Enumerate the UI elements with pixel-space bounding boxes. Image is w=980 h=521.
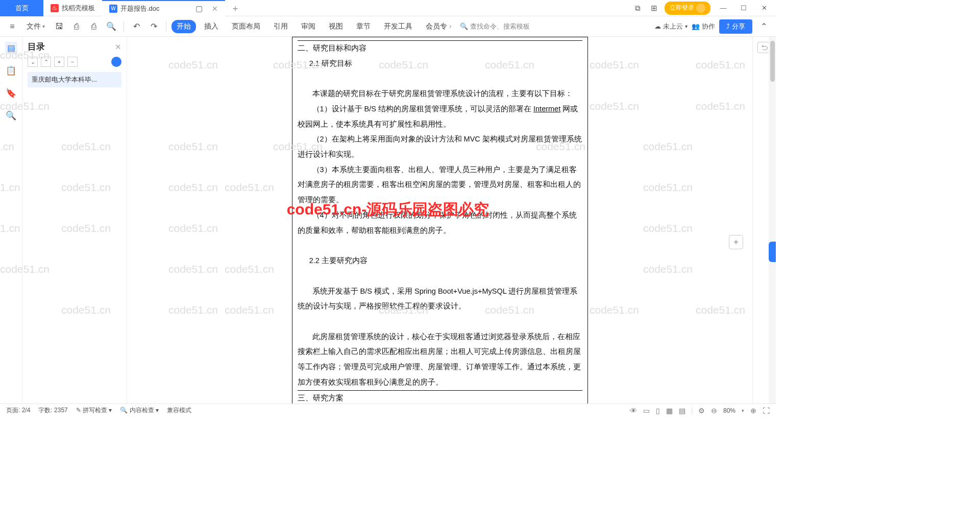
paragraph: 本课题的研究目标在于研究房屋租赁管理系统设计的流程，主要有以下目标：: [298, 86, 582, 102]
outline-icon[interactable]: ▤: [5, 42, 17, 54]
clipboard-icon[interactable]: 📋: [5, 64, 17, 77]
tab-view[interactable]: 视图: [324, 20, 348, 33]
expand-icon[interactable]: ⌃: [41, 57, 51, 67]
coop-button[interactable]: 👥 协作: [692, 22, 715, 31]
workspace: ▤ 📋 🔖 🔍 目录 ✕ ⌄ ⌃ + − 重庆邮电大学本科毕... 二、研究目标…: [0, 37, 776, 404]
link-text: Intermet: [533, 105, 560, 113]
tab-label: 开题报告.doc: [120, 4, 160, 13]
reading-mode-icon[interactable]: 👁: [630, 407, 637, 415]
close-button[interactable]: ✕: [756, 1, 772, 15]
remove-icon[interactable]: −: [67, 57, 78, 67]
fire-icon: ♨: [51, 4, 59, 12]
ribbon: ≡ 文件 ▾ 🖫 ⎙ ⎙ 🔍 ↶ ↷ 开始 插入 页面布局 引用 审阅 视图 章…: [0, 16, 776, 37]
outline-panel: 目录 ✕ ⌄ ⌃ + − 重庆邮电大学本科毕...: [22, 37, 127, 404]
compat-mode[interactable]: 兼容模式: [167, 406, 191, 415]
doc-icon: W: [109, 5, 117, 13]
paragraph: （3）本系统主要面向租客、出租人、管理人员三种用户，主要是为了满足租客对满意房子…: [298, 162, 582, 208]
tab-ref[interactable]: 引用: [268, 20, 293, 33]
zoom-dropdown-icon[interactable]: ▾: [742, 408, 744, 413]
subheading: 2.1 研究目标: [298, 56, 582, 72]
zoom-level[interactable]: 80%: [723, 407, 736, 414]
add-icon[interactable]: +: [54, 57, 64, 67]
word-count[interactable]: 字数: 2357: [38, 406, 67, 415]
fullscreen-icon[interactable]: ⛶: [763, 407, 770, 415]
sync-icon[interactable]: [111, 57, 121, 67]
tab-label: 找稻壳模板: [62, 4, 95, 13]
new-tab-button[interactable]: ＋: [225, 2, 246, 14]
add-float-button[interactable]: +: [729, 235, 743, 249]
outline-title: 目录: [28, 41, 45, 53]
tab-member[interactable]: 会员专 ›: [421, 20, 457, 33]
scrollbar-track[interactable]: [769, 37, 776, 404]
bookmark-icon[interactable]: 🔖: [5, 87, 17, 99]
cloud-status[interactable]: ☁ 未上云 ▾: [654, 22, 688, 31]
menu-icon[interactable]: ≡: [5, 19, 19, 34]
paragraph: （2）在架构上将采用面向对象的设计方法和 MVC 架构模式对房屋租赁管理系统进行…: [298, 132, 582, 162]
window-icon[interactable]: ▢: [193, 3, 205, 14]
search-icon[interactable]: 🔍: [5, 109, 17, 122]
login-button[interactable]: 立即登录: [665, 2, 710, 15]
heading-2: 二、研究目标和内容: [298, 41, 582, 56]
redo-icon[interactable]: ↷: [146, 19, 161, 34]
save-icon[interactable]: 🖫: [52, 19, 66, 34]
tab-templates[interactable]: ♨ 找稻壳模板: [43, 0, 102, 16]
undo-icon[interactable]: ↶: [129, 19, 143, 34]
outline-item[interactable]: 重庆邮电大学本科毕...: [28, 72, 121, 87]
preview-icon[interactable]: 🔍: [104, 19, 118, 34]
file-menu[interactable]: 文件 ▾: [22, 20, 49, 33]
outline-close-icon[interactable]: ✕: [115, 42, 121, 52]
zoom-out-icon[interactable]: ⊖: [711, 407, 717, 415]
search-box[interactable]: 🔍 查找命令、搜索模板: [460, 22, 530, 31]
tab-chapter[interactable]: 章节: [351, 20, 376, 33]
settings-icon[interactable]: ⚙: [698, 407, 705, 415]
layout2-icon[interactable]: ▯: [656, 407, 660, 415]
more-icon[interactable]: ⌃: [756, 19, 771, 34]
side-handle[interactable]: [769, 242, 776, 262]
zoom-in-icon[interactable]: ⊕: [750, 407, 756, 415]
tab-review[interactable]: 审阅: [296, 20, 321, 33]
paragraph: 系统开发基于 B/S 模式，采用 Spring Boot+Vue.js+MySQ…: [298, 284, 582, 314]
layout1-icon[interactable]: ▭: [643, 407, 650, 415]
tab-document[interactable]: W 开题报告.doc ▢ ✕: [102, 0, 225, 16]
close-tab-icon[interactable]: ✕: [212, 5, 218, 13]
apps-icon[interactable]: ⊞: [648, 3, 659, 14]
titlebar: 首页 ♨ 找稻壳模板 W 开题报告.doc ▢ ✕ ＋ ⧉ ⊞ 立即登录 — ☐…: [0, 0, 776, 16]
heading-3: 三、研究方案: [298, 391, 582, 404]
avatar-icon: [696, 4, 705, 13]
content-check[interactable]: 🔍 内容检查 ▾: [120, 406, 159, 415]
maximize-button[interactable]: ☐: [736, 1, 751, 15]
statusbar: 页面: 2/4 字数: 2357 ✎ 拼写检查 ▾ 🔍 内容检查 ▾ 兼容模式 …: [0, 404, 776, 417]
print-icon[interactable]: ⎙: [87, 19, 101, 34]
paragraph: （1）设计基于 B/S 结构的房屋租赁管理系统，可以灵活的部署在 Interme…: [298, 102, 582, 132]
tab-layout[interactable]: 页面布局: [227, 20, 265, 33]
scrollbar-thumb[interactable]: [770, 41, 775, 82]
export-icon[interactable]: ⎙: [69, 19, 84, 34]
share-button[interactable]: ⤴ 分享: [719, 19, 752, 34]
tab-start[interactable]: 开始: [172, 20, 196, 33]
paragraph: 此房屋租赁管理系统的设计，核心在于实现租客通过浏览器登录系统后，在相应搜索栏上输…: [298, 329, 582, 390]
tab-home[interactable]: 首页: [0, 0, 43, 16]
tab-dev[interactable]: 开发工具: [379, 20, 418, 33]
tab-insert[interactable]: 插入: [199, 20, 224, 33]
spellcheck-toggle[interactable]: ✎ 拼写检查 ▾: [76, 406, 112, 415]
collapse-icon[interactable]: ⌄: [28, 57, 38, 67]
outline-toolbar: ⌄ ⌃ + −: [28, 57, 121, 67]
subheading: 2.2 主要研究内容: [298, 253, 582, 269]
left-rail: ▤ 📋 🔖 🔍: [0, 37, 22, 404]
login-label: 立即登录: [670, 4, 694, 12]
paragraph: （4）对不同的角色进行权限的划分，保护了角色的封闭性，从而提高整个系统的质量和效…: [298, 208, 582, 238]
layout4-icon[interactable]: ▤: [679, 407, 685, 415]
layout-icon[interactable]: ⧉: [632, 3, 643, 14]
page-indicator[interactable]: 页面: 2/4: [6, 406, 30, 415]
document-canvas[interactable]: 二、研究目标和内容 2.1 研究目标 本课题的研究目标在于研究房屋租赁管理系统设…: [127, 37, 752, 404]
minimize-button[interactable]: —: [716, 1, 731, 15]
layout3-icon[interactable]: ▦: [666, 407, 673, 415]
document-page: 二、研究目标和内容 2.1 研究目标 本课题的研究目标在于研究房屋租赁管理系统设…: [292, 37, 588, 404]
